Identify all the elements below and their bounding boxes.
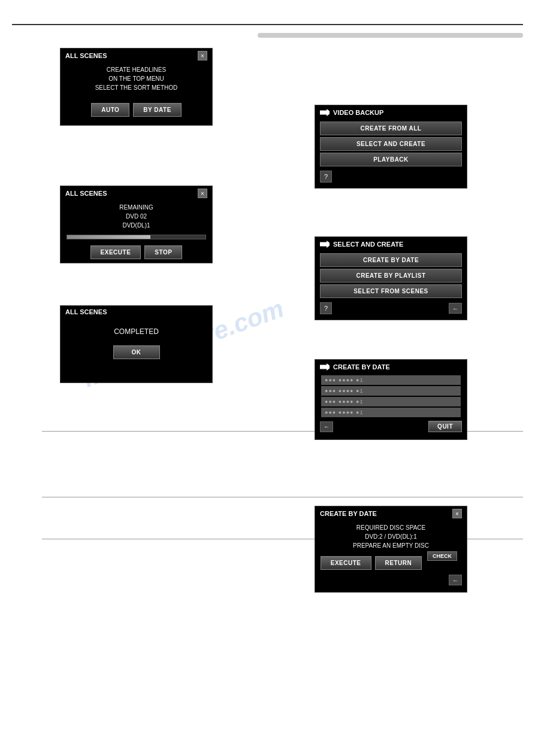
panel7-info1: REQUIRED DISC SPACE bbox=[320, 523, 462, 532]
back-button-5[interactable]: ← bbox=[449, 303, 462, 314]
panel2-close-button[interactable]: × bbox=[198, 189, 207, 198]
separator-2 bbox=[42, 497, 523, 497]
camera-icon-4 bbox=[320, 109, 330, 116]
top-separator bbox=[12, 24, 523, 25]
auto-button[interactable]: AUTO bbox=[91, 103, 129, 117]
help-button-5[interactable]: ? bbox=[320, 302, 332, 314]
date-item-4[interactable]: ●●● ●●●● ●1 bbox=[321, 408, 461, 417]
panel1-subtitle1: CREATE HEADLINES bbox=[67, 65, 206, 74]
panel7-header-label: CREATE BY DATE bbox=[320, 510, 377, 517]
panel1-title: ALL SCENES bbox=[65, 52, 107, 59]
panel-select-and-create: SELECT AND CREATE CREATE BY DATE CREATE … bbox=[315, 236, 467, 320]
date-item-1[interactable]: ●●● ●●●● ●1 bbox=[321, 375, 461, 385]
progress-bar-container bbox=[67, 235, 206, 239]
panel2-title: ALL SCENES bbox=[65, 190, 107, 197]
panel3-completed-label: COMPLETED bbox=[67, 327, 206, 336]
check-button[interactable]: CHECK bbox=[427, 551, 457, 561]
create-from-all-button[interactable]: CREATE FROM ALL bbox=[320, 122, 462, 135]
select-from-scenes-button[interactable]: SELECT FROM SCENES bbox=[320, 284, 462, 298]
panel-video-backup: VIDEO BACKUP CREATE FROM ALL SELECT AND … bbox=[315, 105, 467, 189]
panel2-dvd-label: DVD 02 bbox=[67, 212, 206, 221]
scroll-indicator bbox=[258, 33, 523, 38]
select-and-create-button[interactable]: SELECT AND CREATE bbox=[320, 137, 462, 151]
execute-button-7[interactable]: EXECUTE bbox=[321, 556, 371, 570]
panel3-title: ALL SCENES bbox=[65, 308, 107, 315]
create-by-date-button-5[interactable]: CREATE BY DATE bbox=[320, 253, 462, 267]
date-item-2[interactable]: ●●● ●●●● ●1 bbox=[321, 386, 461, 396]
help-button-4[interactable]: ? bbox=[320, 171, 332, 183]
panel2-remaining-label: REMAINING bbox=[67, 203, 206, 212]
panel-all-scenes-progress: ALL SCENES × REMAINING DVD 02 DVD(DL)1 E… bbox=[60, 186, 213, 263]
playback-button[interactable]: PLAYBACK bbox=[320, 153, 462, 166]
quit-button[interactable]: QUIT bbox=[428, 421, 462, 432]
ok-button[interactable]: OK bbox=[113, 345, 160, 359]
camera-icon-5 bbox=[320, 241, 330, 248]
panel7-info3: PREPARE AN EMPTY DISC bbox=[320, 541, 462, 550]
panel-all-scenes-sort: ALL SCENES × CREATE HEADLINES ON THE TOP… bbox=[60, 48, 213, 126]
panel5-header-label: SELECT AND CREATE bbox=[333, 241, 403, 248]
back-button-7[interactable]: ← bbox=[449, 575, 462, 585]
execute-button[interactable]: EXECUTE bbox=[90, 245, 141, 259]
panel1-subtitle3: SELECT THE SORT METHOD bbox=[67, 83, 206, 92]
panel7-info2: DVD:2 / DVD(DL):1 bbox=[320, 532, 462, 541]
by-date-button[interactable]: BY DATE bbox=[133, 103, 181, 117]
panel2-dvd-dl-label: DVD(DL)1 bbox=[67, 221, 206, 230]
progress-bar-fill bbox=[67, 235, 150, 239]
panel1-close-button[interactable]: × bbox=[198, 51, 207, 60]
panel-create-by-date-check: CREATE BY DATE × REQUIRED DISC SPACE DVD… bbox=[315, 506, 467, 593]
panel-all-scenes-completed: ALL SCENES COMPLETED OK bbox=[60, 305, 213, 383]
camera-icon-6 bbox=[320, 363, 330, 371]
panel-create-by-date-list: CREATE BY DATE ●●● ●●●● ●1 ●●● ●●●● ●1 ●… bbox=[315, 359, 467, 440]
panel4-header-label: VIDEO BACKUP bbox=[333, 109, 383, 116]
panel6-header-label: CREATE BY DATE bbox=[333, 363, 390, 371]
return-button[interactable]: RETURN bbox=[375, 556, 422, 570]
panel7-close-button[interactable]: × bbox=[452, 509, 462, 518]
panel1-subtitle2: ON THE TOP MENU bbox=[67, 74, 206, 83]
date-item-3[interactable]: ●●● ●●●● ●1 bbox=[321, 397, 461, 406]
create-by-playlist-button[interactable]: CREATE BY PLAYLIST bbox=[320, 269, 462, 283]
stop-button[interactable]: STOP bbox=[144, 245, 182, 259]
back-button-6[interactable]: ← bbox=[320, 421, 333, 432]
